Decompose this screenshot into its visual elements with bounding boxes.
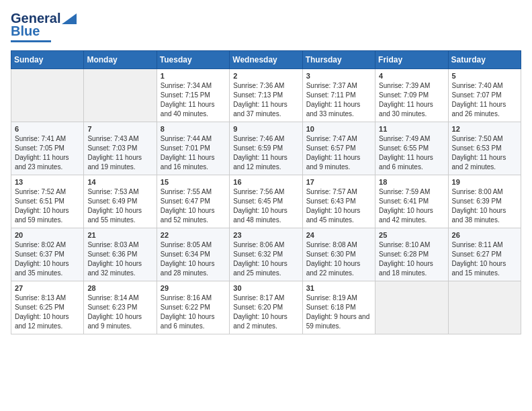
cell-content: Sunrise: 7:49 AMSunset: 6:55 PMDaylight:… bbox=[379, 134, 444, 172]
day-number: 15 bbox=[161, 178, 226, 186]
header-monday: Monday bbox=[84, 51, 157, 69]
day-number: 12 bbox=[452, 125, 517, 133]
calendar-cell-w2-d6: 11Sunrise: 7:49 AMSunset: 6:55 PMDayligh… bbox=[375, 122, 448, 175]
cell-content: Sunrise: 8:13 AMSunset: 6:25 PMDaylight:… bbox=[15, 293, 80, 331]
day-number: 30 bbox=[233, 284, 298, 292]
day-number: 16 bbox=[233, 178, 298, 186]
calendar-cell-w1-d5: 3Sunrise: 7:37 AMSunset: 7:11 PMDaylight… bbox=[302, 69, 375, 122]
cell-content: Sunrise: 7:43 AMSunset: 7:03 PMDaylight:… bbox=[87, 134, 152, 172]
day-number: 13 bbox=[15, 178, 80, 186]
day-number: 27 bbox=[15, 284, 80, 292]
day-number: 19 bbox=[452, 178, 517, 186]
calendar-cell-w5-d3: 29Sunrise: 8:16 AMSunset: 6:22 PMDayligh… bbox=[157, 281, 229, 334]
calendar-cell-w4-d4: 23Sunrise: 8:06 AMSunset: 6:32 PMDayligh… bbox=[230, 228, 302, 281]
cell-content: Sunrise: 7:47 AMSunset: 6:57 PMDaylight:… bbox=[306, 134, 371, 172]
page-header: General Blue bbox=[11, 11, 521, 42]
day-number: 17 bbox=[306, 178, 371, 186]
cell-content: Sunrise: 7:57 AMSunset: 6:43 PMDaylight:… bbox=[306, 187, 371, 225]
day-number: 20 bbox=[15, 231, 80, 239]
header-tuesday: Tuesday bbox=[157, 51, 229, 69]
day-number: 1 bbox=[161, 72, 226, 80]
calendar-cell-w4-d7: 26Sunrise: 8:11 AMSunset: 6:27 PMDayligh… bbox=[448, 228, 521, 281]
logo-icon bbox=[62, 13, 77, 24]
day-number: 29 bbox=[161, 284, 226, 292]
day-number: 10 bbox=[306, 125, 371, 133]
calendar-cell-w5-d1: 27Sunrise: 8:13 AMSunset: 6:25 PMDayligh… bbox=[11, 281, 84, 334]
day-number: 26 bbox=[452, 231, 517, 239]
day-number: 23 bbox=[233, 231, 298, 239]
day-number: 14 bbox=[87, 178, 152, 186]
day-number: 24 bbox=[306, 231, 371, 239]
day-number: 5 bbox=[452, 72, 517, 80]
header-saturday: Saturday bbox=[448, 51, 521, 69]
day-number: 18 bbox=[379, 178, 444, 186]
cell-content: Sunrise: 8:06 AMSunset: 6:32 PMDaylight:… bbox=[233, 240, 298, 278]
calendar-cell-w1-d2 bbox=[84, 69, 157, 122]
calendar-week-5: 27Sunrise: 8:13 AMSunset: 6:25 PMDayligh… bbox=[11, 281, 521, 334]
calendar-cell-w4-d2: 21Sunrise: 8:03 AMSunset: 6:36 PMDayligh… bbox=[84, 228, 157, 281]
logo: General Blue bbox=[11, 11, 77, 42]
cell-content: Sunrise: 8:02 AMSunset: 6:37 PMDaylight:… bbox=[15, 240, 80, 278]
calendar-cell-w1-d4: 2Sunrise: 7:36 AMSunset: 7:13 PMDaylight… bbox=[230, 69, 302, 122]
calendar-cell-w3-d2: 14Sunrise: 7:53 AMSunset: 6:49 PMDayligh… bbox=[84, 175, 157, 228]
cell-content: Sunrise: 7:46 AMSunset: 6:59 PMDaylight:… bbox=[233, 134, 298, 172]
calendar-cell-w4-d1: 20Sunrise: 8:02 AMSunset: 6:37 PMDayligh… bbox=[11, 228, 84, 281]
cell-content: Sunrise: 8:00 AMSunset: 6:39 PMDaylight:… bbox=[452, 187, 517, 225]
calendar-cell-w3-d1: 13Sunrise: 7:52 AMSunset: 6:51 PMDayligh… bbox=[11, 175, 84, 228]
calendar-cell-w1-d6: 4Sunrise: 7:39 AMSunset: 7:09 PMDaylight… bbox=[375, 69, 448, 122]
calendar-week-4: 20Sunrise: 8:02 AMSunset: 6:37 PMDayligh… bbox=[11, 228, 521, 281]
calendar-cell-w4-d3: 22Sunrise: 8:05 AMSunset: 6:34 PMDayligh… bbox=[157, 228, 229, 281]
calendar-cell-w1-d1 bbox=[11, 69, 84, 122]
cell-content: Sunrise: 7:39 AMSunset: 7:09 PMDaylight:… bbox=[379, 81, 444, 119]
calendar-cell-w3-d7: 19Sunrise: 8:00 AMSunset: 6:39 PMDayligh… bbox=[448, 175, 521, 228]
calendar-cell-w1-d7: 5Sunrise: 7:40 AMSunset: 7:07 PMDaylight… bbox=[448, 69, 521, 122]
calendar-header-row: SundayMondayTuesdayWednesdayThursdayFrid… bbox=[11, 51, 521, 69]
cell-content: Sunrise: 8:08 AMSunset: 6:30 PMDaylight:… bbox=[306, 240, 371, 278]
header-sunday: Sunday bbox=[11, 51, 84, 69]
day-number: 9 bbox=[233, 125, 298, 133]
calendar-cell-w5-d7 bbox=[448, 281, 521, 334]
calendar-week-2: 6Sunrise: 7:41 AMSunset: 7:05 PMDaylight… bbox=[11, 122, 521, 175]
cell-content: Sunrise: 8:05 AMSunset: 6:34 PMDaylight:… bbox=[161, 240, 226, 278]
cell-content: Sunrise: 7:56 AMSunset: 6:45 PMDaylight:… bbox=[233, 187, 298, 225]
cell-content: Sunrise: 8:11 AMSunset: 6:27 PMDaylight:… bbox=[452, 240, 517, 278]
day-number: 4 bbox=[379, 72, 444, 80]
calendar-week-3: 13Sunrise: 7:52 AMSunset: 6:51 PMDayligh… bbox=[11, 175, 521, 228]
calendar-cell-w4-d6: 25Sunrise: 8:10 AMSunset: 6:28 PMDayligh… bbox=[375, 228, 448, 281]
day-number: 6 bbox=[15, 125, 80, 133]
calendar-cell-w2-d2: 7Sunrise: 7:43 AMSunset: 7:03 PMDaylight… bbox=[84, 122, 157, 175]
calendar-cell-w5-d5: 31Sunrise: 8:19 AMSunset: 6:18 PMDayligh… bbox=[302, 281, 375, 334]
calendar-cell-w5-d4: 30Sunrise: 8:17 AMSunset: 6:20 PMDayligh… bbox=[230, 281, 302, 334]
cell-content: Sunrise: 7:59 AMSunset: 6:41 PMDaylight:… bbox=[379, 187, 444, 225]
day-number: 22 bbox=[161, 231, 226, 239]
calendar-cell-w3-d5: 17Sunrise: 7:57 AMSunset: 6:43 PMDayligh… bbox=[302, 175, 375, 228]
calendar-cell-w4-d5: 24Sunrise: 8:08 AMSunset: 6:30 PMDayligh… bbox=[302, 228, 375, 281]
day-number: 8 bbox=[161, 125, 226, 133]
calendar-cell-w3-d6: 18Sunrise: 7:59 AMSunset: 6:41 PMDayligh… bbox=[375, 175, 448, 228]
cell-content: Sunrise: 7:55 AMSunset: 6:47 PMDaylight:… bbox=[161, 187, 226, 225]
cell-content: Sunrise: 8:19 AMSunset: 6:18 PMDaylight:… bbox=[306, 293, 371, 331]
cell-content: Sunrise: 7:34 AMSunset: 7:15 PMDaylight:… bbox=[161, 81, 226, 119]
cell-content: Sunrise: 7:44 AMSunset: 7:01 PMDaylight:… bbox=[161, 134, 226, 172]
header-wednesday: Wednesday bbox=[230, 51, 302, 69]
day-number: 31 bbox=[306, 284, 371, 292]
header-friday: Friday bbox=[375, 51, 448, 69]
logo-divider bbox=[11, 40, 51, 42]
calendar-cell-w5-d2: 28Sunrise: 8:14 AMSunset: 6:23 PMDayligh… bbox=[84, 281, 157, 334]
cell-content: Sunrise: 7:37 AMSunset: 7:11 PMDaylight:… bbox=[306, 81, 371, 119]
calendar-cell-w2-d7: 12Sunrise: 7:50 AMSunset: 6:53 PMDayligh… bbox=[448, 122, 521, 175]
calendar-cell-w3-d4: 16Sunrise: 7:56 AMSunset: 6:45 PMDayligh… bbox=[230, 175, 302, 228]
cell-content: Sunrise: 8:03 AMSunset: 6:36 PMDaylight:… bbox=[87, 240, 152, 278]
cell-content: Sunrise: 8:16 AMSunset: 6:22 PMDaylight:… bbox=[161, 293, 226, 331]
cell-content: Sunrise: 8:14 AMSunset: 6:23 PMDaylight:… bbox=[87, 293, 152, 331]
cell-content: Sunrise: 7:41 AMSunset: 7:05 PMDaylight:… bbox=[15, 134, 80, 172]
header-thursday: Thursday bbox=[302, 51, 375, 69]
day-number: 21 bbox=[87, 231, 152, 239]
day-number: 28 bbox=[87, 284, 152, 292]
cell-content: Sunrise: 8:10 AMSunset: 6:28 PMDaylight:… bbox=[379, 240, 444, 278]
cell-content: Sunrise: 7:36 AMSunset: 7:13 PMDaylight:… bbox=[233, 81, 298, 119]
calendar-cell-w2-d1: 6Sunrise: 7:41 AMSunset: 7:05 PMDaylight… bbox=[11, 122, 84, 175]
cell-content: Sunrise: 8:17 AMSunset: 6:20 PMDaylight:… bbox=[233, 293, 298, 331]
day-number: 7 bbox=[87, 125, 152, 133]
calendar-cell-w3-d3: 15Sunrise: 7:55 AMSunset: 6:47 PMDayligh… bbox=[157, 175, 229, 228]
